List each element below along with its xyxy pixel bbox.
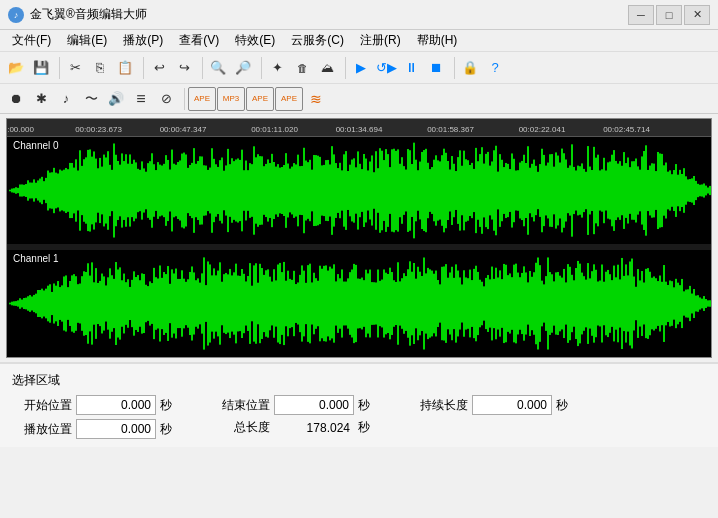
info-section-label: 选择区域 xyxy=(12,372,706,389)
sep1 xyxy=(56,57,60,79)
time-ruler: 00:00:00.000 00:00:23.673 00:00:47.347 0… xyxy=(7,119,711,137)
time-6: 00:02:22.041 xyxy=(519,125,566,134)
menu-bar: 文件(F) 编辑(E) 播放(P) 查看(V) 特效(E) 云服务(C) 注册(… xyxy=(0,30,718,52)
copy-button[interactable]: ⎘ xyxy=(88,56,112,80)
channel-1-canvas xyxy=(7,250,711,357)
channel-0[interactable]: Channel 0 xyxy=(7,137,711,244)
end-position-label: 结束位置 xyxy=(210,397,270,414)
time-5: 00:01:58.367 xyxy=(427,125,474,134)
sep4 xyxy=(258,57,262,79)
channel-1[interactable]: Channel 1 xyxy=(7,250,711,357)
stop-button[interactable]: ⏹ xyxy=(424,56,448,80)
lock-button[interactable]: 🔒 xyxy=(458,56,482,80)
menu-help[interactable]: 帮助(H) xyxy=(409,30,466,51)
zoom-in-button[interactable]: 🔍 xyxy=(206,56,230,80)
end-position-unit: 秒 xyxy=(358,397,378,414)
record-button[interactable]: ⏺ xyxy=(4,87,28,111)
time-0: 00:00:00.000 xyxy=(6,125,34,134)
volume-button[interactable]: 🔊 xyxy=(104,87,128,111)
waveform-container[interactable]: 00:00:00.000 00:00:23.673 00:00:47.347 0… xyxy=(6,118,712,358)
menu-file[interactable]: 文件(F) xyxy=(4,30,59,51)
ape-convert-button[interactable]: APE xyxy=(188,87,216,111)
toolbar-1: 📂 💾 ✂ ⎘ 📋 ↩ ↪ 🔍 🔎 ✦ 🗑 ⛰ ▶ ↺▶ ⏸ ⏹ 🔒 ? xyxy=(0,52,718,84)
help-button[interactable]: ? xyxy=(483,56,507,80)
time-3: 00:01:11.020 xyxy=(251,125,298,134)
wave-convert-button[interactable]: ≋ xyxy=(304,87,328,111)
playback-position-unit: 秒 xyxy=(160,421,180,438)
channel-0-canvas xyxy=(7,137,711,244)
start-position-unit: 秒 xyxy=(160,397,180,414)
playback-position-field: 播放位置 秒 xyxy=(12,419,180,439)
channel-0-label: Channel 0 xyxy=(13,140,59,151)
fx-button[interactable]: ✦ xyxy=(265,56,289,80)
total-length-label: 总长度 xyxy=(210,419,270,436)
paste-button[interactable]: 📋 xyxy=(113,56,137,80)
title-bar-left: ♪ 金飞翼®音频编辑大师 xyxy=(8,6,147,23)
menu-register[interactable]: 注册(R) xyxy=(352,30,409,51)
end-position-field: 结束位置 秒 xyxy=(210,395,378,415)
redo-button[interactable]: ↪ xyxy=(172,56,196,80)
no-symbol-button[interactable]: ⊘ xyxy=(154,87,178,111)
ape3-convert-button[interactable]: APE xyxy=(275,87,303,111)
sep3 xyxy=(199,57,203,79)
window-controls: ─ □ ✕ xyxy=(628,5,710,25)
total-length-value: 178.024 xyxy=(274,421,354,435)
minimize-button[interactable]: ─ xyxy=(628,5,654,25)
cut-button[interactable]: ✂ xyxy=(63,56,87,80)
time-1: 00:00:23.673 xyxy=(75,125,122,134)
menu-play[interactable]: 播放(P) xyxy=(115,30,171,51)
menu-edit[interactable]: 编辑(E) xyxy=(59,30,115,51)
sep2 xyxy=(140,57,144,79)
soundwave-button[interactable]: 〜 xyxy=(79,87,103,111)
app-icon: ♪ xyxy=(8,7,24,23)
close-button[interactable]: ✕ xyxy=(684,5,710,25)
undo-button[interactable]: ↩ xyxy=(147,56,171,80)
time-7: 00:02:45.714 xyxy=(603,125,650,134)
equalizer-button[interactable]: ≡ xyxy=(129,87,153,111)
toolbar-2: ⏺ ✱ ♪ 〜 🔊 ≡ ⊘ APE MP3 APE APE ≋ xyxy=(0,84,718,114)
info-area: 选择区域 开始位置 秒 播放位置 秒 结束位置 秒 总长度 178.024 xyxy=(0,362,718,447)
sep6 xyxy=(451,57,455,79)
total-length-unit: 秒 xyxy=(358,419,378,436)
delete-region-button[interactable]: 🗑 xyxy=(290,56,314,80)
maximize-button[interactable]: □ xyxy=(656,5,682,25)
channel-1-label: Channel 1 xyxy=(13,253,59,264)
title-bar: ♪ 金飞翼®音频编辑大师 ─ □ ✕ xyxy=(0,0,718,30)
menu-effects[interactable]: 特效(E) xyxy=(227,30,283,51)
pause-button[interactable]: ⏸ xyxy=(399,56,423,80)
noise-button[interactable]: ✱ xyxy=(29,87,53,111)
save-button[interactable]: 💾 xyxy=(29,56,53,80)
zoom-out-button[interactable]: 🔎 xyxy=(231,56,255,80)
duration-field: 持续长度 秒 xyxy=(408,395,576,415)
sep5 xyxy=(342,57,346,79)
window-title: 金飞翼®音频编辑大师 xyxy=(30,6,147,23)
play-loop-button[interactable]: ↺▶ xyxy=(374,56,398,80)
duration-input[interactable] xyxy=(472,395,552,415)
open-button[interactable]: 📂 xyxy=(4,56,28,80)
playback-position-label: 播放位置 xyxy=(12,421,72,438)
start-position-input[interactable] xyxy=(76,395,156,415)
total-length-field: 总长度 178.024 秒 xyxy=(210,419,378,436)
playback-position-input[interactable] xyxy=(76,419,156,439)
time-2: 00:00:47.347 xyxy=(160,125,207,134)
mp3-convert-button[interactable]: MP3 xyxy=(217,87,245,111)
end-position-input[interactable] xyxy=(274,395,354,415)
start-position-label: 开始位置 xyxy=(12,397,72,414)
play-button[interactable]: ▶ xyxy=(349,56,373,80)
menu-cloud[interactable]: 云服务(C) xyxy=(283,30,352,51)
mountain-button[interactable]: ⛰ xyxy=(315,56,339,80)
duration-unit: 秒 xyxy=(556,397,576,414)
menu-view[interactable]: 查看(V) xyxy=(171,30,227,51)
music-note-button[interactable]: ♪ xyxy=(54,87,78,111)
start-position-field: 开始位置 秒 xyxy=(12,395,180,415)
ape2-convert-button[interactable]: APE xyxy=(246,87,274,111)
sep7 xyxy=(181,88,185,110)
time-4: 00:01:34.694 xyxy=(336,125,383,134)
duration-label: 持续长度 xyxy=(408,397,468,414)
